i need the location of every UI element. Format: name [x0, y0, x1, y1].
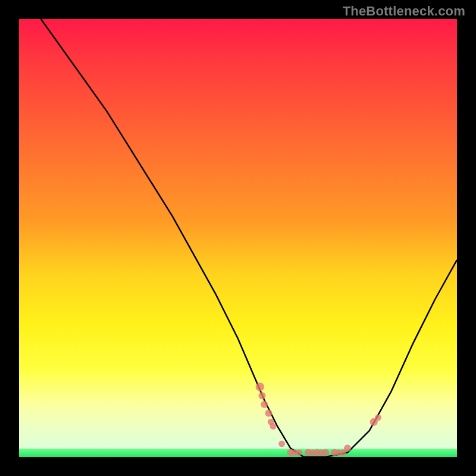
plot-area	[19, 19, 457, 457]
data-point-marker	[344, 444, 351, 452]
data-point-marker	[261, 401, 268, 408]
chart-svg	[19, 19, 457, 457]
data-point-marker	[278, 441, 285, 447]
data-point-marker	[256, 383, 264, 391]
bottleneck-curve	[41, 19, 457, 457]
data-point-marker	[270, 423, 277, 430]
data-point-marker	[296, 449, 303, 456]
data-point-marker	[265, 409, 273, 416]
data-point-marker	[322, 449, 329, 456]
watermark-text: TheBottleneck.com	[343, 4, 465, 19]
data-point-marker	[375, 414, 381, 421]
data-point-marker	[259, 392, 266, 399]
chart-frame: TheBottleneck.com	[0, 0, 476, 476]
